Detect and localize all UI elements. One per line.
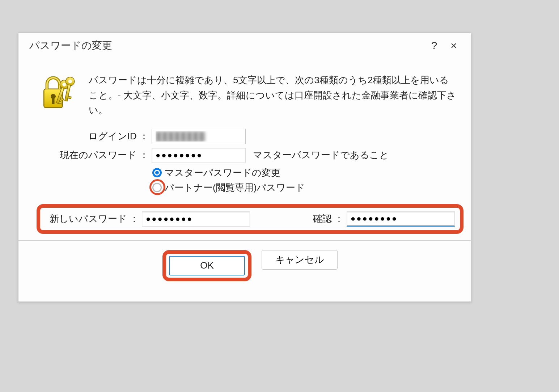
login-id-field bbox=[152, 129, 246, 144]
radio-master-label: マスターパスワードの変更 bbox=[165, 167, 280, 179]
login-id-row: ログインID ： bbox=[40, 129, 460, 144]
current-password-label: 現在のパスワード ： bbox=[40, 149, 152, 161]
confirm-password-field[interactable] bbox=[347, 211, 455, 227]
lock-keys-icon bbox=[40, 73, 80, 114]
confirm-password-label: 確認 ： bbox=[250, 212, 347, 225]
cancel-button[interactable]: キャンセル bbox=[262, 250, 338, 270]
dialog-title: パスワードの変更 bbox=[26, 39, 424, 52]
new-password-label: 新しいパスワード ： bbox=[45, 212, 142, 225]
new-password-field[interactable] bbox=[142, 211, 250, 227]
intro-text: パスワードは十分に複雑であり、5文字以上で、次の3種類のうち2種類以上を用いるこ… bbox=[89, 73, 458, 118]
radio-partner-password[interactable]: パートナー(閲覧専用)パスワード bbox=[152, 181, 460, 194]
close-button[interactable]: × bbox=[444, 39, 463, 52]
radio-master-password[interactable]: マスターパスワードの変更 bbox=[152, 167, 460, 179]
help-button[interactable]: ? bbox=[424, 39, 444, 52]
dialog-button-bar: OK キャンセル bbox=[40, 241, 460, 298]
intro-row: パスワードは十分に複雑であり、5文字以上で、次の3種類のうち2種類以上を用いるこ… bbox=[40, 73, 460, 118]
new-password-highlight: 新しいパスワード ： 確認 ： bbox=[37, 204, 463, 234]
ok-button-highlight: OK bbox=[162, 250, 251, 281]
password-type-radio-group: マスターパスワードの変更 パートナー(閲覧専用)パスワード bbox=[152, 167, 460, 194]
dialog-title-bar: パスワードの変更 ? × bbox=[18, 33, 471, 58]
dialog-body: パスワードは十分に複雑であり、5文字以上で、次の3種類のうち2種類以上を用いるこ… bbox=[18, 58, 471, 302]
svg-rect-2 bbox=[52, 98, 55, 104]
current-password-field[interactable] bbox=[152, 148, 246, 163]
svg-rect-11 bbox=[68, 96, 71, 99]
radio-unselected-icon bbox=[152, 183, 162, 192]
ok-button[interactable]: OK bbox=[169, 256, 245, 275]
current-password-hint: マスターパスワードであること bbox=[253, 149, 389, 161]
change-password-dialog: パスワードの変更 ? × bbox=[18, 33, 471, 302]
current-password-row: 現在のパスワード ： マスターパスワードであること bbox=[40, 148, 460, 163]
radio-partner-label: パートナー(閲覧専用)パスワード bbox=[165, 181, 305, 194]
login-id-label: ログインID ： bbox=[40, 130, 152, 143]
radio-selected-icon bbox=[152, 168, 162, 177]
